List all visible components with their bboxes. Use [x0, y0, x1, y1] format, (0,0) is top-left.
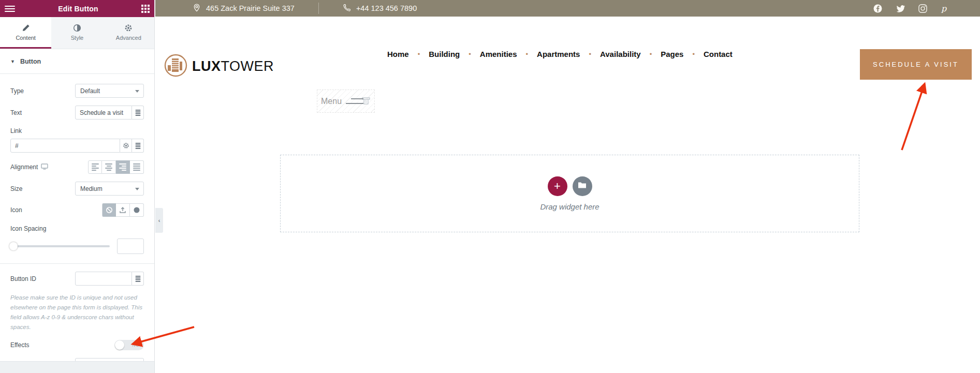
svg-text:p: p	[941, 4, 947, 13]
pinterest-icon[interactable]: p	[941, 4, 948, 13]
type-row: Type Default	[10, 84, 144, 98]
chevron-down-icon: ▼	[10, 59, 15, 64]
nav-apartments[interactable]: Apartments	[537, 50, 580, 58]
align-right-button[interactable]	[116, 160, 130, 174]
hamburger-menu-icon[interactable]	[5, 6, 15, 12]
divider	[0, 263, 154, 264]
toggle-knob	[115, 340, 124, 350]
facebook-icon[interactable]	[873, 4, 882, 13]
toggle-state-text: NO	[132, 342, 139, 348]
twitter-icon[interactable]	[896, 5, 905, 12]
type-select[interactable]: Default	[75, 84, 144, 98]
tab-content[interactable]: Content	[0, 17, 51, 49]
align-justify-button[interactable]	[130, 160, 144, 174]
desktop-icon[interactable]	[41, 163, 48, 171]
link-input-group	[10, 139, 144, 153]
panel-tabs: Content Style Advanced	[0, 17, 154, 49]
address-text: 465 Zack Prairie Suite 337	[206, 4, 295, 12]
alignment-buttons	[88, 160, 144, 174]
alignment-label-text: Alignment	[10, 163, 38, 171]
tab-advanced[interactable]: Advanced	[103, 17, 154, 49]
topbar-separator	[318, 3, 319, 14]
tab-style[interactable]: Style	[51, 17, 103, 49]
icon-spacing-input[interactable]	[117, 238, 144, 254]
schedule-visit-button[interactable]: SCHEDULE A VISIT	[860, 49, 972, 80]
icon-spacing-label-row: Icon Spacing	[10, 225, 144, 232]
text-input-group	[75, 106, 144, 120]
tab-content-label: Content	[16, 35, 36, 41]
dynamic-tags-icon[interactable]	[132, 106, 144, 120]
button-id-label: Button ID	[10, 275, 36, 282]
instagram-icon[interactable]	[918, 4, 927, 13]
add-section-button[interactable]: +	[548, 176, 567, 196]
section-title: Button	[20, 58, 41, 65]
button-id-row: Button ID	[10, 272, 144, 286]
section-button-header[interactable]: ▼ Button	[0, 49, 154, 74]
nav-bullet: •	[650, 50, 652, 58]
icon-spacing-slider-row	[10, 238, 144, 254]
nav-availability[interactable]: Availability	[600, 50, 641, 58]
slider-handle[interactable]	[9, 242, 18, 250]
location-pin-icon	[193, 4, 201, 13]
address-item[interactable]: 465 Zack Prairie Suite 337	[193, 4, 295, 13]
template-library-button[interactable]	[573, 176, 592, 196]
effects-toggle[interactable]: NO	[114, 340, 144, 350]
button-id-input[interactable]	[75, 272, 132, 286]
panel-controls: Type Default Text Link	[0, 74, 154, 372]
site-topbar: 465 Zack Prairie Suite 337 +44 123 456 7…	[155, 0, 980, 17]
nav-pages[interactable]: Pages	[661, 50, 683, 58]
effects-row: Effects NO	[10, 340, 144, 350]
icon-buttons	[102, 203, 144, 217]
menu-widget-placeholder[interactable]: Menu	[317, 89, 375, 113]
align-center-button[interactable]	[102, 160, 116, 174]
logo-light: TOWER	[221, 58, 274, 74]
main-nav: Home • Building • Amenities • Apartments…	[387, 50, 733, 58]
alignment-row: Alignment	[10, 160, 144, 174]
icon-library-button[interactable]	[130, 203, 144, 217]
panel-footer	[0, 361, 154, 373]
link-options-gear-icon[interactable]	[120, 139, 132, 153]
nav-bullet: •	[692, 50, 695, 58]
nav-home[interactable]: Home	[387, 50, 409, 58]
link-label: Link	[10, 127, 144, 135]
link-input[interactable]	[10, 139, 120, 153]
site-header: LUXTOWER Home • Building • Amenities • A…	[155, 17, 980, 115]
nav-building[interactable]: Building	[429, 50, 460, 58]
widgets-grid-icon[interactable]	[141, 5, 150, 13]
nav-contact[interactable]: Contact	[704, 50, 733, 58]
size-label: Size	[10, 185, 22, 192]
alignment-label: Alignment	[10, 163, 48, 171]
icon-upload-button[interactable]	[116, 203, 130, 217]
style-half-circle-icon	[73, 24, 81, 32]
effects-label: Effects	[10, 341, 29, 349]
tab-advanced-label: Advanced	[116, 35, 141, 41]
button-id-help-text: Please make sure the ID is unique and no…	[10, 293, 144, 332]
panel-title: Edit Button	[58, 5, 98, 13]
panel-collapse-handle[interactable]: ‹	[155, 208, 163, 233]
nav-bullet: •	[526, 50, 529, 58]
button-id-dynamic-tags-icon[interactable]	[132, 272, 144, 286]
logo-building-icon	[164, 54, 187, 79]
phone-item[interactable]: +44 123 456 7890	[343, 4, 417, 13]
topbar-social: p	[873, 4, 948, 13]
logo-bold: LUX	[192, 58, 221, 74]
icon-label: Icon	[10, 206, 22, 214]
panel-header: Edit Button	[0, 0, 154, 17]
drag-widget-hint: Drag widget here	[540, 202, 599, 211]
link-dynamic-tags-icon[interactable]	[132, 139, 144, 153]
icon-spacing-slider[interactable]	[10, 245, 110, 247]
nav-amenities[interactable]: Amenities	[480, 50, 517, 58]
size-select[interactable]: Medium	[75, 182, 144, 196]
empty-section-dropzone[interactable]: + Drag widget here	[280, 155, 859, 232]
align-left-button[interactable]	[88, 160, 102, 174]
text-input[interactable]	[75, 106, 132, 120]
size-row: Size Medium	[10, 182, 144, 196]
phone-icon	[343, 4, 351, 13]
icon-none-button[interactable]	[102, 203, 116, 217]
site-logo[interactable]: LUXTOWER	[164, 54, 274, 79]
pencil-icon	[22, 24, 30, 32]
dropzone-actions: +	[548, 176, 592, 196]
menu-list-icon	[361, 96, 371, 107]
logo-text: LUXTOWER	[192, 58, 274, 74]
icon-spacing-label: Icon Spacing	[10, 225, 144, 232]
